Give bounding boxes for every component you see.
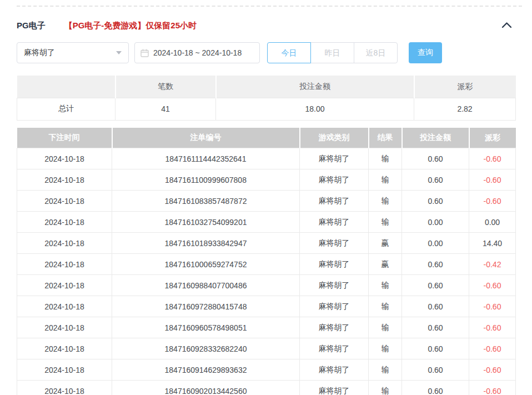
bet-payout: -0.60 bbox=[469, 381, 516, 395]
bet-id: 1847160928332682240 bbox=[112, 338, 300, 359]
bet-date: 2024-10-18 bbox=[17, 254, 112, 275]
game-select[interactable]: 麻将胡了 bbox=[17, 42, 129, 63]
summary-header-payout: 派彩 bbox=[414, 76, 516, 98]
betting-records-panel: PG电子 【PG电子-免费游戏】仅保留25小时 麻将胡了 2024-10-18 … bbox=[0, 6, 532, 395]
bet-result: 输 bbox=[369, 359, 402, 381]
top-dashed-divider bbox=[17, 6, 522, 7]
bet-amount: 0.60 bbox=[402, 148, 469, 169]
bet-payout: -0.60 bbox=[469, 191, 516, 212]
table-row: 2024-10-18 1847160960578498051 麻将胡了 输 0.… bbox=[17, 317, 516, 338]
bet-result: 输 bbox=[369, 317, 402, 338]
bets-header-amount: 投注金额 bbox=[402, 128, 469, 148]
bet-date: 2024-10-18 bbox=[17, 317, 112, 338]
table-row: 2024-10-18 1847160914629893632 麻将胡了 输 0.… bbox=[17, 359, 516, 381]
table-row: 2024-10-18 1847161032754099201 麻将胡了 输 0.… bbox=[17, 212, 516, 233]
summary-total-bet-amount: 18.00 bbox=[216, 98, 414, 120]
bet-id: 1847160960578498051 bbox=[112, 317, 300, 338]
bet-result: 输 bbox=[369, 338, 402, 359]
summary-header-count: 笔数 bbox=[116, 76, 216, 98]
bet-amount: 0.60 bbox=[402, 275, 469, 296]
bet-amount: 0.60 bbox=[402, 317, 469, 338]
bet-id: 1847160988407700486 bbox=[112, 275, 300, 296]
bet-id: 1847161100999607808 bbox=[112, 169, 300, 191]
bet-game: 麻将胡了 bbox=[300, 191, 369, 212]
section-title: PG电子 bbox=[17, 21, 46, 31]
bet-id: 1847161083857487872 bbox=[112, 191, 300, 212]
bet-game: 麻将胡了 bbox=[300, 296, 369, 317]
bet-payout: 0.00 bbox=[469, 212, 516, 233]
table-row: 2024-10-18 1847161083857487872 麻将胡了 输 0.… bbox=[17, 191, 516, 212]
bet-amount: 0.60 bbox=[402, 381, 469, 395]
bet-game: 麻将胡了 bbox=[300, 169, 369, 191]
last-8-days-button[interactable]: 近8日 bbox=[354, 42, 398, 63]
bet-game: 麻将胡了 bbox=[300, 317, 369, 338]
date-range-value: 2024-10-18 ~ 2024-10-18 bbox=[153, 48, 242, 57]
bet-payout: 14.40 bbox=[469, 233, 516, 254]
bet-date: 2024-10-18 bbox=[17, 275, 112, 296]
bets-header-bet-id: 注单编号 bbox=[112, 128, 300, 148]
bets-header-game: 游戏类别 bbox=[300, 128, 369, 148]
bet-date: 2024-10-18 bbox=[17, 338, 112, 359]
bet-id: 1847160902013442560 bbox=[112, 381, 300, 395]
bet-payout: -0.42 bbox=[469, 254, 516, 275]
search-button[interactable]: 查询 bbox=[409, 42, 442, 63]
today-button[interactable]: 今日 bbox=[267, 42, 311, 63]
bet-result: 赢 bbox=[369, 254, 402, 275]
bet-date: 2024-10-18 bbox=[17, 296, 112, 317]
game-select-value: 麻将胡了 bbox=[24, 48, 55, 58]
bet-date: 2024-10-18 bbox=[17, 191, 112, 212]
summary-total-label: 总计 bbox=[17, 98, 116, 120]
summary-header-empty bbox=[17, 76, 116, 98]
table-row: 2024-10-18 1847161100999607808 麻将胡了 输 0.… bbox=[17, 169, 516, 191]
bet-id: 1847161018933842947 bbox=[112, 233, 300, 254]
bet-id: 1847161114442352641 bbox=[112, 148, 300, 169]
bet-game: 麻将胡了 bbox=[300, 212, 369, 233]
calendar-icon bbox=[140, 49, 149, 57]
chevron-down-icon bbox=[116, 51, 122, 54]
bet-result: 输 bbox=[369, 212, 402, 233]
bet-game: 麻将胡了 bbox=[300, 275, 369, 296]
date-range-input[interactable]: 2024-10-18 ~ 2024-10-18 bbox=[134, 42, 260, 63]
bet-game: 麻将胡了 bbox=[300, 338, 369, 359]
summary-total-payout: 2.82 bbox=[414, 98, 516, 120]
bet-amount: 0.60 bbox=[402, 338, 469, 359]
table-row: 2024-10-18 1847161000659274752 麻将胡了 赢 0.… bbox=[17, 254, 516, 275]
chevron-up-icon bbox=[501, 21, 512, 31]
yesterday-button[interactable]: 昨日 bbox=[310, 42, 354, 63]
bet-result: 输 bbox=[369, 275, 402, 296]
bet-payout: -0.60 bbox=[469, 148, 516, 169]
bet-id: 1847160972880415748 bbox=[112, 296, 300, 317]
bet-game: 麻将胡了 bbox=[300, 254, 369, 275]
summary-total-count: 41 bbox=[116, 98, 216, 120]
bet-result: 输 bbox=[369, 296, 402, 317]
bet-result: 赢 bbox=[369, 233, 402, 254]
bet-payout: -0.60 bbox=[469, 169, 516, 191]
table-row: 2024-10-18 1847161018933842947 麻将胡了 赢 0.… bbox=[17, 233, 516, 254]
bet-result: 输 bbox=[369, 169, 402, 191]
bets-header-row: 下注时间 注单编号 游戏类别 结果 投注金额 派彩 bbox=[17, 128, 516, 148]
bets-header-payout: 派彩 bbox=[469, 128, 516, 148]
bet-amount: 0.60 bbox=[402, 254, 469, 275]
bet-payout: -0.60 bbox=[469, 338, 516, 359]
section-header: PG电子 【PG电子-免费游戏】仅保留25小时 bbox=[17, 20, 522, 31]
bet-result: 输 bbox=[369, 191, 402, 212]
collapse-button[interactable] bbox=[501, 21, 512, 31]
bet-amount: 0.60 bbox=[402, 359, 469, 381]
bet-date: 2024-10-18 bbox=[17, 148, 112, 169]
bet-date: 2024-10-18 bbox=[17, 169, 112, 191]
table-row: 2024-10-18 1847160988407700486 麻将胡了 输 0.… bbox=[17, 275, 516, 296]
bet-result: 输 bbox=[369, 148, 402, 169]
quick-date-button-group: 今日 昨日 近8日 bbox=[267, 42, 398, 63]
table-row: 2024-10-18 1847160902013442560 麻将胡了 输 0.… bbox=[17, 381, 516, 395]
bet-game: 麻将胡了 bbox=[300, 233, 369, 254]
retention-notice: 【PG电子-免费游戏】仅保留25小时 bbox=[64, 21, 197, 31]
bet-date: 2024-10-18 bbox=[17, 359, 112, 381]
bet-game: 麻将胡了 bbox=[300, 148, 369, 169]
table-row: 2024-10-18 1847161114442352641 麻将胡了 输 0.… bbox=[17, 148, 516, 169]
bet-result: 输 bbox=[369, 381, 402, 395]
bet-payout: -0.60 bbox=[469, 317, 516, 338]
bet-game: 麻将胡了 bbox=[300, 359, 369, 381]
bet-amount: 0.60 bbox=[402, 169, 469, 191]
summary-total-row: 总计 41 18.00 2.82 bbox=[17, 98, 516, 120]
bets-header-result: 结果 bbox=[369, 128, 402, 148]
